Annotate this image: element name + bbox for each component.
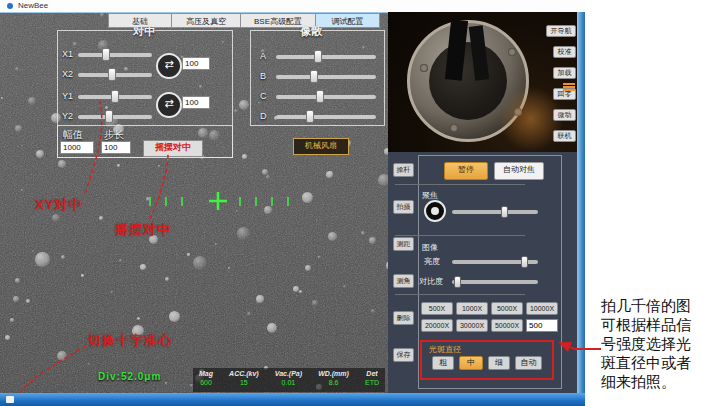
stig-b-slider[interactable] [276,75,376,79]
tab-hv-vacuum[interactable]: 高压及真空 [171,13,241,28]
step-input[interactable] [101,141,131,154]
step-label: 步长 [104,128,124,142]
y2-slider[interactable] [78,115,152,119]
y1-label: Y1 [62,91,73,101]
brightness-label: 亮度 [424,256,440,267]
tool-button-angle[interactable]: 测角 [393,274,414,288]
edge-button-navigation[interactable]: 开导航 [546,25,576,37]
stig-b-thumb[interactable] [310,70,318,83]
y2-slider-thumb[interactable] [105,110,113,123]
tool-button-joystick[interactable]: 操杆 [393,163,414,177]
tab-debug-config[interactable]: 调试配置 [315,13,380,28]
y2-label: Y2 [62,111,73,121]
x2-label: X2 [62,69,73,79]
x2-slider-thumb[interactable] [108,68,116,81]
edge-button-jog[interactable]: 微动 [553,109,576,121]
edge-button-online[interactable]: 联机 [553,130,576,142]
window-right-border [577,12,585,393]
stig-d-thumb[interactable] [306,110,314,123]
contrast-slider-thumb[interactable] [454,276,461,288]
control-panel: 操杆 拍摄 测距 测角 删除 保存 暂停 自动对焦 聚焦 图像 亮度 对比度 5… [388,152,577,393]
status-col-det: DetETD [365,370,379,390]
annotation-wobble-centering: 摇摆对中 [115,221,171,239]
window-title: NewBee [18,1,48,10]
y-coil-value-input[interactable] [182,96,210,109]
stig-d-label: D [260,111,267,121]
x1-slider-thumb[interactable] [102,48,110,61]
stage-face [429,42,507,120]
tool-button-delete[interactable]: 删除 [393,311,414,325]
brightness-slider-thumb[interactable] [521,256,528,268]
centering-title: 对中 [133,24,155,39]
stage-screw [450,124,458,132]
x-coil-value-input[interactable] [182,57,210,70]
stig-c-slider[interactable] [276,95,376,99]
tool-button-measure[interactable]: 测距 [393,237,414,251]
stig-c-label: C [260,91,267,101]
focus-target-icon[interactable] [424,200,446,222]
status-bar: Mag600 ACC.(kv)15 Vac.(Pa)0.01 WD.(mm)8.… [193,368,385,392]
mag-button-5000x[interactable]: 5000X [491,302,523,315]
stig-d-slider[interactable] [276,115,376,119]
pause-button[interactable]: 暂停 [444,162,488,180]
amplitude-label: 幅值 [63,128,83,142]
stage-screw [420,64,428,72]
screen: NewBee 基础 高压及真空 BSE高级配置 调试配置 对中 X1 X2 Y1… [0,0,720,406]
amplitude-input[interactable] [60,141,94,154]
contrast-label: 对比度 [419,276,443,287]
focus-slider-thumb[interactable] [501,206,508,218]
stig-a-label: A [260,51,266,61]
contrast-slider[interactable] [452,280,538,284]
mag-button-1000x[interactable]: 1000X [456,302,488,315]
side-note: 拍几千倍的图 可根据样品信 号强度选择光 斑直径中或者 细来拍照。 [601,297,719,392]
mag-button-20000x[interactable]: 20000X [421,319,453,332]
mag-button-50000x[interactable]: 50000X [491,319,523,332]
div-scale-readout: Div:52.0μm [98,371,161,382]
stage-screw [508,48,516,56]
edge-button-load[interactable]: 加载 [553,67,576,79]
stig-b-label: B [260,71,266,81]
taskbar[interactable] [0,393,585,406]
focus-slider[interactable] [452,210,538,214]
annotation-switch-crosshair: 切换十字准心 [88,332,172,350]
tool-button-capture[interactable]: 拍摄 [393,200,414,214]
wobble-centering-button[interactable]: 摇摆对中 [143,140,203,157]
brightness-slider[interactable] [452,260,538,264]
status-col-mag: Mag600 [199,370,213,390]
autofocus-button[interactable]: 自动对焦 [494,162,544,180]
mag-button-30000x[interactable]: 30000X [456,319,488,332]
annotation-xy-centering: XY对中 [35,196,82,214]
y-wobble-swap-icon[interactable]: ⇄ [156,92,182,118]
tool-button-save[interactable]: 保存 [393,348,414,362]
status-col-vac: Vac.(Pa)0.01 [275,370,302,390]
mag-button-500x[interactable]: 500X [421,302,453,315]
x1-slider[interactable] [78,53,152,57]
stigmator-title: 像散 [300,24,322,39]
mag-button-10000x[interactable]: 10000X [526,302,558,315]
annotation-red-box [420,340,554,380]
x2-slider[interactable] [78,73,152,77]
y1-slider[interactable] [78,95,152,99]
status-col-wd: WD.(mm)8.6 [318,370,349,390]
edge-button-calibrate[interactable]: 校准 [553,46,576,58]
mechanical-fan-button[interactable]: 机械风扇 [293,138,349,155]
app-icon [7,3,13,9]
mag-value-input[interactable] [526,319,558,332]
menu-handle-icon[interactable] [563,83,575,93]
x-wobble-swap-icon[interactable]: ⇄ [156,53,182,79]
taskbar-start-icon[interactable] [6,396,14,403]
y1-slider-thumb[interactable] [111,90,119,103]
stig-c-thumb[interactable] [316,90,324,103]
stig-a-slider[interactable] [276,55,376,59]
stig-a-thumb[interactable] [314,50,322,63]
status-col-acc: ACC.(kv)15 [229,370,259,390]
x1-label: X1 [62,49,73,59]
image-section-label: 图像 [422,242,438,253]
